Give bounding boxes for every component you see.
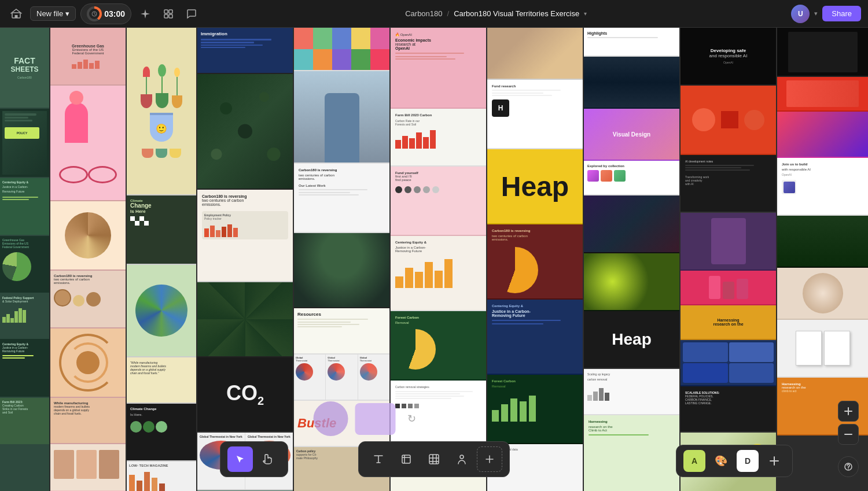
left-col-2: Greenhouse Gas Emissions of the US Feder…: [50, 28, 126, 491]
canvas-content: FACT SHEETS Carbon180 POLICY Centering E…: [0, 28, 868, 491]
sticker-toolbar: A 🎨 D: [676, 445, 793, 477]
avatar-letter: U: [798, 10, 803, 18]
svg-rect-1: [15, 15, 18, 18]
svg-point-15: [848, 468, 849, 470]
svg-rect-8: [429, 455, 439, 464]
col-9-far-right: Developing safe and responsible AI OpenA…: [681, 28, 776, 491]
breadcrumb-separator: /: [447, 9, 450, 18]
add-sticker-button[interactable]: [763, 450, 785, 472]
zoom-controls: [838, 401, 859, 445]
layout-button[interactable]: [159, 5, 178, 23]
col-8-right: Highlights Visual Design Explored by col…: [584, 28, 679, 491]
svg-point-13: [460, 455, 464, 459]
help-button[interactable]: [838, 456, 859, 477]
add-tool-button[interactable]: [477, 446, 502, 472]
timer-ring: [87, 6, 102, 21]
person-tool-button[interactable]: [449, 446, 475, 472]
canvas-area[interactable]: FACT SHEETS Carbon180 POLICY Centering E…: [0, 28, 868, 491]
topbar-right: U ▾ Share: [791, 5, 861, 23]
home-button[interactable]: [7, 5, 25, 23]
col-4-aerial: Immigration Carbon180 is reversing two c…: [197, 28, 293, 491]
zoom-out-button[interactable]: [838, 424, 859, 445]
hand-tool-button[interactable]: [255, 446, 281, 472]
timer-value: 03:00: [104, 9, 125, 19]
text-tool-button[interactable]: [366, 446, 391, 472]
project-name[interactable]: Carbon180: [405, 9, 442, 18]
sticker-palette-button[interactable]: 🎨: [710, 450, 732, 472]
col-5-data: Carbon180 is reversing two centuries of …: [294, 28, 389, 491]
bottom-toolbar: [220, 441, 288, 477]
zoom-in-button[interactable]: [838, 401, 859, 422]
sticker-d-button[interactable]: D: [737, 450, 759, 472]
file-dropdown-arrow[interactable]: ▾: [584, 10, 587, 17]
sparkle-button[interactable]: [136, 5, 155, 23]
svg-rect-5: [164, 14, 168, 18]
svg-rect-3: [164, 10, 168, 13]
shapes-toolbar: [358, 441, 510, 477]
col-6-data2: 🔥 OpenAI Economic impacts research at Op…: [391, 28, 486, 491]
share-label: Share: [832, 9, 852, 18]
timer-badge[interactable]: 03:00: [80, 3, 131, 24]
svg-rect-6: [169, 14, 172, 18]
top-toolbar: New file ▾ 03:00: [0, 0, 868, 28]
col-7-heap: Fund research H Heap Carbon180 is revers…: [487, 28, 583, 491]
frame-tool-button[interactable]: [393, 446, 419, 472]
sticker-a-button[interactable]: A: [683, 450, 705, 472]
left-col-1: FACT SHEETS Carbon180 POLICY Centering E…: [0, 28, 49, 491]
dropdown-arrow-avatar[interactable]: ▾: [814, 10, 818, 17]
col-3-plants: 🙂 Climate Change Is Here: [127, 28, 196, 491]
new-file-button[interactable]: New file ▾: [30, 6, 76, 21]
chat-button[interactable]: [182, 5, 201, 23]
new-file-label: New file: [36, 9, 63, 18]
share-button[interactable]: Share: [822, 6, 861, 21]
table-tool-button[interactable]: [421, 446, 447, 472]
new-file-arrow: ▾: [65, 9, 69, 18]
svg-rect-4: [169, 10, 172, 13]
user-avatar[interactable]: U: [791, 5, 810, 23]
move-tool-button[interactable]: [227, 446, 253, 472]
breadcrumb: Carbon180 / Carbon180 Visual Territories…: [405, 9, 587, 18]
file-name[interactable]: Carbon180 Visual Territories Exercise: [454, 9, 579, 18]
svg-rect-7: [402, 455, 410, 463]
